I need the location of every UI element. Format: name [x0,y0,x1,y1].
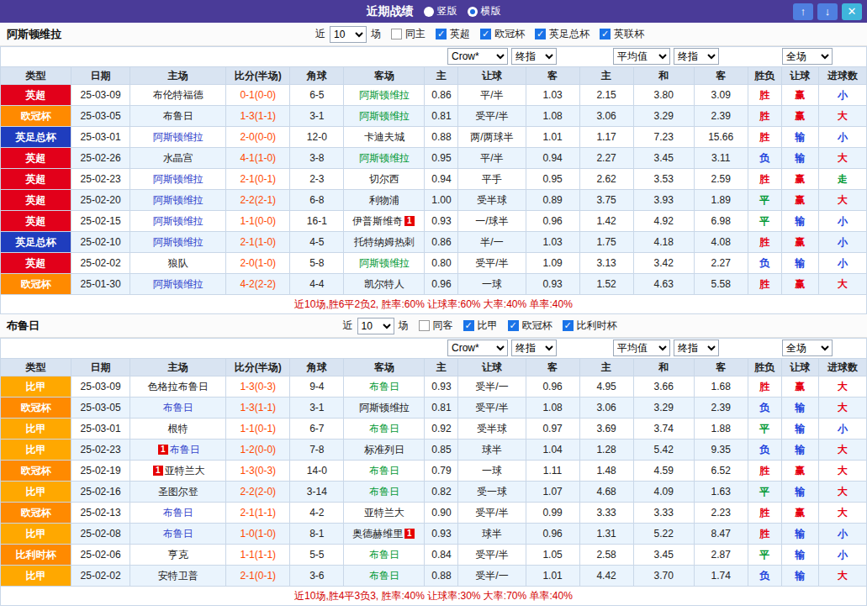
away-team-name[interactable]: 凯尔特人 [364,278,404,290]
radio-vertical-layout[interactable]: 竖版 [424,4,457,18]
match-date: 25-02-23 [71,440,130,461]
league-badge: 欧冠杯 [1,461,71,482]
match-count-select[interactable]: 10 [357,318,394,334]
league-checkbox[interactable] [480,29,491,39]
home-team-name[interactable]: 阿斯顿维拉 [153,215,204,227]
league-filter[interactable]: 英联杯 [600,27,646,41]
league-filter[interactable]: 欧冠杯 [508,319,554,333]
home-team-name[interactable]: 布鲁日 [163,507,193,519]
away-team-name[interactable]: 亚特兰大 [364,507,404,519]
radio-vertical-label: 竖版 [437,4,457,18]
home-team-name[interactable]: 布鲁日 [163,110,193,122]
odds-company-select[interactable]: Crow* [447,48,508,65]
league-badge: 英超 [1,148,71,169]
away-team-name[interactable]: 阿斯顿维拉 [359,110,410,122]
home-team-name[interactable]: 布鲁日 [163,402,193,413]
result-winlose: 胜 [748,106,781,127]
column-header: 让球 [458,67,526,85]
same-venue-label: 同主 [405,27,426,41]
home-team-cell: 布伦特福德 [130,85,226,106]
move-up-button[interactable]: ↑ [793,3,813,20]
radio-vertical-icon[interactable] [424,7,434,17]
odds-handicap: 受半/一 [458,376,526,398]
away-team-name[interactable]: 奥德赫维里 [352,528,403,540]
league-filter[interactable]: 英足总杯 [535,27,591,41]
avg-away: 3.11 [694,148,748,169]
league-checkbox[interactable] [508,320,519,331]
league-filter[interactable]: 欧冠杯 [480,27,526,41]
league-checkbox[interactable] [535,29,546,39]
match-row: 比甲25-02-02安特卫普2-1(0-1)3-6布鲁日0.88受半/一1.01… [1,566,867,587]
odds-home: 0.88 [425,566,458,587]
away-team-name[interactable]: 布鲁日 [369,381,399,392]
team-section-brugge: 布鲁日 近10场同客比甲欧冠杯比利时杯 Crow*终指平均值终指全场 类型日期主… [0,314,867,606]
same-venue-checkbox[interactable] [391,29,402,39]
result-winlose: 胜 [748,274,781,295]
radio-horizontal-icon[interactable] [468,7,478,17]
home-team-name[interactable]: 水晶宫 [163,152,193,164]
away-team-name[interactable]: 阿斯顿维拉 [359,402,410,413]
league-filter[interactable]: 比利时杯 [563,319,619,333]
final-odds-select[interactable]: 终指 [511,340,557,356]
away-team-name[interactable]: 阿斯顿维拉 [359,152,410,164]
fullmatch-select[interactable]: 全场 [782,340,833,356]
home-team-name[interactable]: 布鲁日 [170,444,200,455]
away-team-name[interactable]: 布鲁日 [369,465,399,476]
home-team-name[interactable]: 布鲁日 [163,528,193,540]
match-count-select[interactable]: 10 [330,26,367,43]
avg-away: 2.39 [694,106,748,127]
away-team-name[interactable]: 布鲁日 [369,486,399,498]
fullmatch-select[interactable]: 全场 [782,48,833,65]
same-venue-filter[interactable]: 同客 [419,319,455,333]
close-button[interactable]: ✕ [842,3,862,20]
average-select[interactable]: 平均值 [613,48,670,65]
away-team-name[interactable]: 卡迪夫城 [364,131,404,143]
home-team-name[interactable]: 根特 [168,423,188,434]
home-team-name[interactable]: 安特卫普 [158,570,198,582]
league-checkbox[interactable] [600,29,611,39]
home-team-name[interactable]: 狼队 [168,257,188,269]
home-team-name[interactable]: 阿斯顿维拉 [153,278,204,290]
same-venue-filter[interactable]: 同主 [391,27,427,41]
same-venue-checkbox[interactable] [419,320,430,331]
league-checkbox[interactable] [463,320,474,331]
home-team-name[interactable]: 阿斯顿维拉 [153,173,204,185]
home-team-name[interactable]: 阿斯顿维拉 [153,194,204,206]
away-team-name[interactable]: 布鲁日 [369,570,399,582]
league-filter[interactable]: 英超 [436,27,472,41]
avg-final-odds-select[interactable]: 终指 [674,48,719,65]
away-team-name[interactable]: 伊普斯维奇 [352,215,403,227]
league-filter[interactable]: 比甲 [463,319,500,333]
average-select[interactable]: 平均值 [613,340,670,356]
away-team-name[interactable]: 切尔西 [369,173,399,185]
match-date: 25-02-26 [71,148,130,169]
column-header: 主 [425,67,458,85]
odds-company-select[interactable]: Crow* [447,340,508,356]
away-team-name[interactable]: 托特纳姆热刺 [354,236,415,248]
home-team-name[interactable]: 阿斯顿维拉 [153,131,204,143]
league-checkbox[interactable] [436,29,447,39]
match-date: 25-03-05 [71,398,130,419]
away-team-name[interactable]: 布鲁日 [369,423,399,434]
away-team-name[interactable]: 利物浦 [369,194,399,206]
odds-handicap: 两/两球半 [458,127,526,148]
avg-final-odds-select[interactable]: 终指 [674,340,719,356]
home-team-name[interactable]: 阿斯顿维拉 [153,236,204,248]
move-down-button[interactable]: ↓ [817,3,838,20]
home-team-name[interactable]: 圣图尔登 [158,486,198,498]
home-team-name[interactable]: 布伦特福德 [153,89,204,101]
away-team-name[interactable]: 阿斯顿维拉 [359,257,410,269]
radio-horizontal-layout[interactable]: 横版 [468,4,501,18]
result-winlose: 胜 [748,127,781,148]
away-team-name[interactable]: 标准列日 [364,444,404,455]
away-team-name[interactable]: 布鲁日 [369,549,399,561]
league-checkbox[interactable] [563,320,574,331]
odds-home: 0.95 [425,148,458,169]
home-team-name[interactable]: 亨克 [168,549,188,561]
home-team-name[interactable]: 亚特兰大 [165,465,205,476]
team-name: 布鲁日 [7,319,40,334]
result-handicap: 赢 [781,106,818,127]
away-team-name[interactable]: 阿斯顿维拉 [359,89,410,101]
final-odds-select[interactable]: 终指 [511,48,557,65]
home-team-name[interactable]: 色格拉布鲁日 [148,381,209,392]
